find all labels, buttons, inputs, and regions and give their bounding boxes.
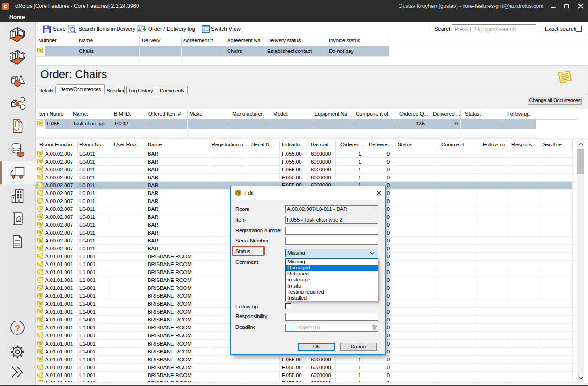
- svg-text:13: 13: [138, 28, 141, 31]
- svg-text:?: ?: [15, 323, 20, 333]
